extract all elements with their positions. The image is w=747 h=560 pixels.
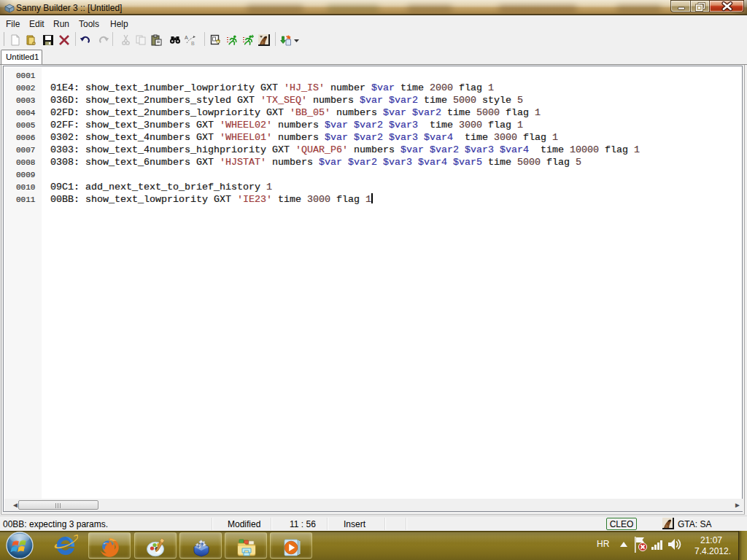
svg-text:B: B bbox=[191, 41, 195, 46]
svg-text:A: A bbox=[185, 35, 188, 40]
